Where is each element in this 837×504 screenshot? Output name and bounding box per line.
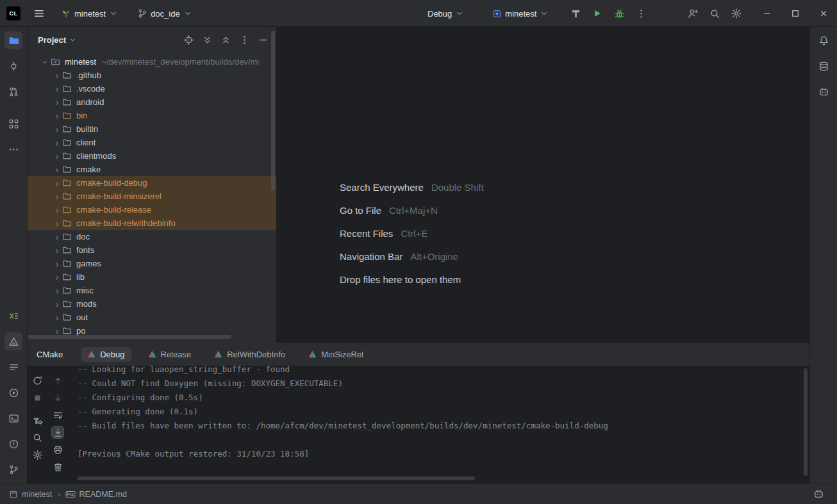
- console-output[interactable]: -- Looking for luaopen_string_buffer - f…: [78, 366, 800, 473]
- chevron-right-icon[interactable]: ›: [52, 246, 62, 255]
- console-vertical-scrollbar[interactable]: [804, 368, 808, 476]
- run-config-selector[interactable]: minetest: [488, 6, 553, 21]
- tree-item-.vscode[interactable]: ›.vscode: [28, 82, 276, 95]
- settings-gear-icon[interactable]: [727, 4, 746, 23]
- chevron-right-icon[interactable]: ›: [52, 152, 62, 161]
- todo-icon[interactable]: [4, 358, 22, 376]
- breadcrumb-file[interactable]: README.md: [79, 490, 127, 499]
- pull-requests-icon[interactable]: [4, 83, 22, 101]
- tree-item-cmake-build-release[interactable]: ›cmake-build-release: [28, 203, 276, 216]
- hide-icon[interactable]: [256, 33, 270, 47]
- kebab-icon[interactable]: [237, 33, 251, 47]
- close-button[interactable]: [814, 4, 833, 23]
- chevron-right-icon[interactable]: ›: [52, 206, 62, 215]
- chevron-right-icon[interactable]: ›: [52, 179, 62, 188]
- softwrap-icon[interactable]: [52, 409, 63, 421]
- project-panel-title[interactable]: Project: [38, 35, 77, 45]
- commit-icon[interactable]: [4, 57, 22, 75]
- chevron-right-icon[interactable]: ›: [52, 85, 62, 93]
- find-icon[interactable]: [31, 432, 43, 443]
- chevron-right-icon[interactable]: ›: [52, 273, 62, 282]
- notifications-icon[interactable]: [815, 31, 833, 49]
- editor-area[interactable]: Search EverywhereDouble ShiftGo to FileC…: [277, 27, 809, 343]
- tree-root-minetest[interactable]: › minetest ~/dev/minetest_development/bu…: [28, 55, 276, 69]
- down-icon[interactable]: [52, 392, 63, 403]
- expand-all-icon[interactable]: [200, 33, 214, 47]
- tree-item-out[interactable]: ›out: [28, 311, 276, 324]
- vcs-branch-widget[interactable]: doc_ide: [133, 6, 197, 21]
- clear-icon[interactable]: [52, 461, 63, 473]
- tree-item-builtin[interactable]: ›builtin: [28, 122, 276, 136]
- main-menu-icon[interactable]: [29, 4, 49, 23]
- chevron-right-icon[interactable]: ›: [52, 125, 62, 134]
- run-mode-selector[interactable]: Debug: [423, 6, 468, 21]
- tree-item-android[interactable]: ›android: [28, 95, 276, 109]
- tree-item-cmake-build-relwithdebinfo[interactable]: ›cmake-build-relwithdebinfo: [28, 216, 276, 230]
- tree-item-games[interactable]: ›games: [28, 257, 276, 270]
- chevron-right-icon[interactable]: ›: [52, 71, 62, 80]
- print-icon[interactable]: [52, 444, 63, 455]
- chevron-right-icon[interactable]: ›: [52, 165, 62, 174]
- build-settings-icon[interactable]: [31, 414, 43, 426]
- tree-item-lib[interactable]: ›lib: [28, 270, 276, 284]
- cmake-tab-relwithdebinfo[interactable]: RelWithDebInfo: [208, 347, 292, 362]
- chevron-right-icon[interactable]: ›: [52, 98, 62, 107]
- ai-assistant-status-icon[interactable]: [813, 489, 824, 500]
- up-icon[interactable]: [52, 375, 63, 386]
- cmake-tab-debug[interactable]: Debug: [81, 347, 131, 362]
- settings-icon[interactable]: [31, 449, 43, 460]
- tree-item-cmake[interactable]: ›cmake: [28, 163, 276, 176]
- tree-item-.github[interactable]: ›.github: [28, 69, 276, 82]
- minimize-button[interactable]: [758, 4, 777, 23]
- tree-item-cmake-build-debug[interactable]: ›cmake-build-debug: [28, 176, 276, 190]
- database-icon[interactable]: [815, 57, 833, 75]
- tree-item-doc[interactable]: ›doc: [28, 230, 276, 243]
- chevron-right-icon[interactable]: ›: [52, 313, 62, 322]
- rerun-icon[interactable]: [31, 375, 43, 386]
- scroll-end-icon[interactable]: [52, 427, 63, 438]
- tree-item-mods[interactable]: ›mods: [28, 297, 276, 311]
- tree-item-fonts[interactable]: ›fonts: [28, 243, 276, 257]
- stop-icon[interactable]: [31, 392, 43, 403]
- version-control-icon[interactable]: [4, 460, 22, 478]
- more-actions-icon[interactable]: [631, 4, 651, 23]
- debug-bug-icon[interactable]: [609, 4, 629, 23]
- chevron-right-icon[interactable]: ›: [52, 300, 62, 309]
- build-hammer-icon[interactable]: [566, 4, 585, 23]
- breadcrumb-project[interactable]: minetest: [22, 490, 52, 499]
- chevron-right-icon[interactable]: ›: [52, 286, 62, 295]
- tree-item-clientmods[interactable]: ›clientmods: [28, 149, 276, 163]
- search-icon[interactable]: [705, 4, 724, 23]
- locate-icon[interactable]: [181, 33, 195, 47]
- project-widget[interactable]: minetest: [56, 6, 122, 21]
- code-with-me-icon[interactable]: [683, 4, 702, 23]
- chevron-right-icon[interactable]: ›: [52, 219, 62, 228]
- chevron-right-icon[interactable]: ›: [52, 259, 62, 268]
- collapse-all-icon[interactable]: [219, 33, 233, 47]
- project-vertical-scrollbar[interactable]: [271, 31, 275, 191]
- maximize-button[interactable]: [786, 4, 805, 23]
- chevron-right-icon[interactable]: ›: [52, 192, 62, 201]
- chevron-right-icon[interactable]: ›: [52, 138, 62, 147]
- run-play-icon[interactable]: [588, 4, 607, 23]
- more-icon[interactable]: [4, 140, 22, 158]
- chevron-right-icon[interactable]: ›: [52, 327, 62, 336]
- chevron-down-icon[interactable]: ›: [41, 57, 50, 67]
- cmake-tab-minsizerel[interactable]: MinSizeRel: [302, 347, 370, 362]
- cmake-icon[interactable]: [4, 332, 22, 350]
- project-horizontal-scrollbar[interactable]: [28, 335, 231, 339]
- project-folder-icon[interactable]: [4, 31, 22, 49]
- problems-icon[interactable]: [4, 435, 22, 453]
- chevron-right-icon[interactable]: ›: [52, 232, 62, 241]
- cmake-tab-release[interactable]: Release: [142, 347, 198, 362]
- terminal-icon[interactable]: [4, 409, 22, 427]
- tree-item-misc[interactable]: ›misc: [28, 284, 276, 297]
- chevron-right-icon[interactable]: ›: [52, 111, 62, 120]
- tree-item-client[interactable]: ›client: [28, 136, 276, 149]
- ai-assistant-icon[interactable]: [815, 83, 833, 101]
- run-icon[interactable]: [4, 384, 22, 402]
- x-file-icon[interactable]: [4, 307, 22, 325]
- structure-icon[interactable]: [4, 115, 22, 133]
- tree-item-bin[interactable]: ›bin: [28, 109, 276, 122]
- tree-item-cmake-build-minsizerel[interactable]: ›cmake-build-minsizerel: [28, 190, 276, 203]
